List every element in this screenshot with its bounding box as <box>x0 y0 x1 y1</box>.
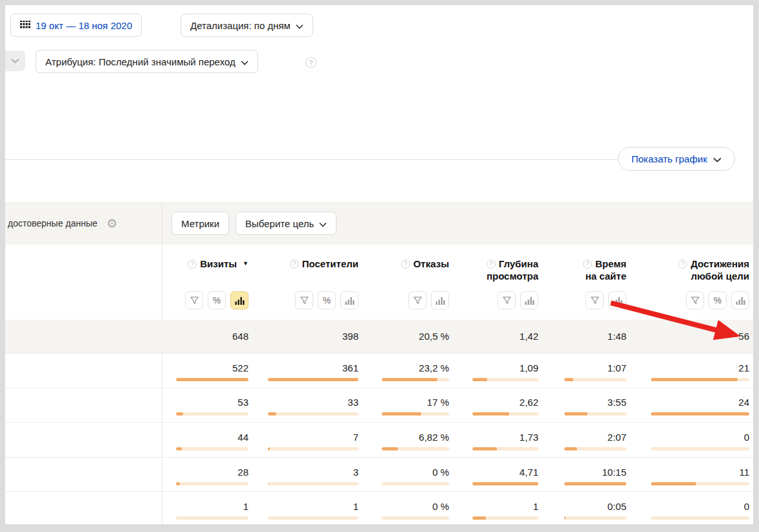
metric-help-icon[interactable]: ? <box>487 260 496 269</box>
date-range-label: 19 окт — 18 ноя 2020 <box>36 20 132 31</box>
row-dimension-cell <box>5 353 162 388</box>
sort-desc-icon: ▼ <box>243 258 248 270</box>
cell-value: 0 % <box>432 501 449 513</box>
collapsed-filter-chevron[interactable] <box>5 50 25 71</box>
cell-value: 0 <box>744 432 749 443</box>
detalization-dropdown[interactable]: Детализация: по дням <box>181 14 313 37</box>
percent-filter-button-visits[interactable]: % <box>208 291 226 309</box>
metric-bar-fill <box>564 516 566 520</box>
table-row[interactable]: 4476,82 %1,732:070 <box>5 423 753 458</box>
bars-filter-button-depth[interactable] <box>520 291 538 309</box>
choose-goal-dropdown[interactable]: Выберите цель <box>236 212 336 235</box>
table-row[interactable]: 52236123,2 %1,091:0721 <box>5 353 753 388</box>
cell-value: 7 <box>353 432 358 443</box>
metrics-button[interactable]: Метрики <box>171 212 229 235</box>
bars-filter-button-bounce[interactable] <box>431 291 449 309</box>
filter-group-depth <box>453 282 542 309</box>
metric-bar-fill <box>176 412 183 416</box>
metric-bar-track <box>268 482 358 485</box>
cell-value: 1,73 <box>520 432 538 443</box>
bars-filter-button-goals[interactable] <box>731 291 749 309</box>
cell-value: 1:07 <box>608 362 626 374</box>
metric-help-icon[interactable]: ? <box>583 260 592 269</box>
cell-time: 1:07 <box>542 353 630 388</box>
metric-bar-track <box>472 412 538 416</box>
column-header-text: Достижения <box>690 258 749 270</box>
funnel-filter-button-visitors[interactable] <box>295 291 313 309</box>
metric-bar-fill <box>268 378 358 381</box>
table-row[interactable]: 110 %10:050 <box>5 492 753 524</box>
show-chart-button[interactable]: Показать график <box>618 147 735 171</box>
cell-value: 522 <box>232 362 248 374</box>
metric-bar-fill <box>472 447 497 450</box>
metric-bar-track <box>382 482 449 485</box>
column-header-label-visits[interactable]: ?Визиты▼ <box>188 258 248 270</box>
bars-filter-button-time[interactable] <box>608 291 626 309</box>
cell-value: 3 <box>353 467 358 478</box>
cell-visitors: 7 <box>252 423 362 457</box>
funnel-filter-button-bounce[interactable] <box>408 291 426 309</box>
cell-value: 17 % <box>427 397 449 408</box>
percent-filter-button-goals[interactable]: % <box>709 291 727 309</box>
cell-value: 0 <box>744 501 749 513</box>
bars-filter-button-visitors[interactable] <box>340 291 358 309</box>
metric-bar-fill <box>176 482 180 485</box>
metric-bar-fill <box>472 378 487 381</box>
metric-bar-track <box>176 482 248 485</box>
cell-value: 2,62 <box>520 397 538 408</box>
table-row[interactable]: 2830 %4,7110:1511 <box>5 458 753 493</box>
metric-help-icon[interactable]: ? <box>401 260 410 269</box>
column-header-label-visitors[interactable]: ?Посетители <box>290 258 358 270</box>
funnel-filter-button-visits[interactable] <box>185 291 203 309</box>
metric-bar-fill <box>382 378 437 381</box>
chevron-down-icon <box>713 153 721 164</box>
metric-bar-track <box>268 412 358 416</box>
cell-value: 44 <box>237 432 248 443</box>
date-range-button[interactable]: 19 окт — 18 ноя 2020 <box>10 14 142 37</box>
metric-bar-fill <box>564 378 573 381</box>
bars-filter-button-visits[interactable] <box>230 291 248 309</box>
cell-visitors: 3 <box>252 458 362 492</box>
column-header-label-bounce[interactable]: ?Отказы <box>401 258 449 270</box>
row-dimension-cell <box>5 458 162 492</box>
summary-value-bounce: 20,5 % <box>362 320 453 353</box>
metric-bar-track <box>176 378 248 381</box>
column-header-label-time[interactable]: ?Время <box>583 258 626 270</box>
metric-bar-track <box>651 412 749 416</box>
attribution-dropdown[interactable]: Атрибуция: Последний значимый переход <box>36 50 258 73</box>
column-header-label-goals[interactable]: ?Достижения <box>678 258 749 270</box>
metric-bar-track <box>268 447 358 450</box>
cell-value: 23,2 % <box>419 362 449 374</box>
cell-visits: 53 <box>162 388 252 423</box>
percent-icon: % <box>323 295 331 305</box>
table-filters-row: %%% <box>5 282 753 309</box>
funnel-filter-button-goals[interactable] <box>686 291 704 309</box>
funnel-filter-button-depth[interactable] <box>498 291 516 309</box>
attribution-label: Атрибуция: Последний значимый переход <box>45 56 236 67</box>
funnel-filter-button-time[interactable] <box>586 291 604 309</box>
metrics-table: ?Визиты▼?Посетители?Отказы?Глубинапросмо… <box>5 245 753 524</box>
filter-group-visitors: % <box>252 282 362 309</box>
cell-time: 2:07 <box>542 423 630 457</box>
cell-value: 11 <box>739 467 749 478</box>
metric-bar-track <box>564 378 626 381</box>
metric-bar-track <box>472 482 538 485</box>
row-dimension-cell <box>5 492 162 524</box>
metric-bar-fill <box>651 482 696 485</box>
percent-icon: % <box>213 295 221 305</box>
metric-help-icon[interactable]: ? <box>678 260 687 269</box>
percent-filter-button-visitors[interactable]: % <box>318 291 336 309</box>
attribution-help-icon[interactable]: ? <box>305 57 316 68</box>
cell-depth: 1,09 <box>453 353 542 388</box>
detalization-label: Детализация: по дням <box>190 20 291 31</box>
cell-goals: 24 <box>630 388 753 423</box>
gear-icon[interactable]: ⚙ <box>107 217 118 230</box>
column-header-label-depth[interactable]: ?Глубина <box>487 258 538 270</box>
metric-bar-track <box>382 516 449 520</box>
metric-help-icon[interactable]: ? <box>290 260 299 269</box>
cell-time: 0:05 <box>542 492 630 524</box>
summary-value-visits: 648 <box>162 320 252 353</box>
table-row[interactable]: 533317 %2,623:5524 <box>5 388 753 423</box>
metric-help-icon[interactable]: ? <box>188 260 197 269</box>
show-chart-label: Показать график <box>632 153 707 164</box>
